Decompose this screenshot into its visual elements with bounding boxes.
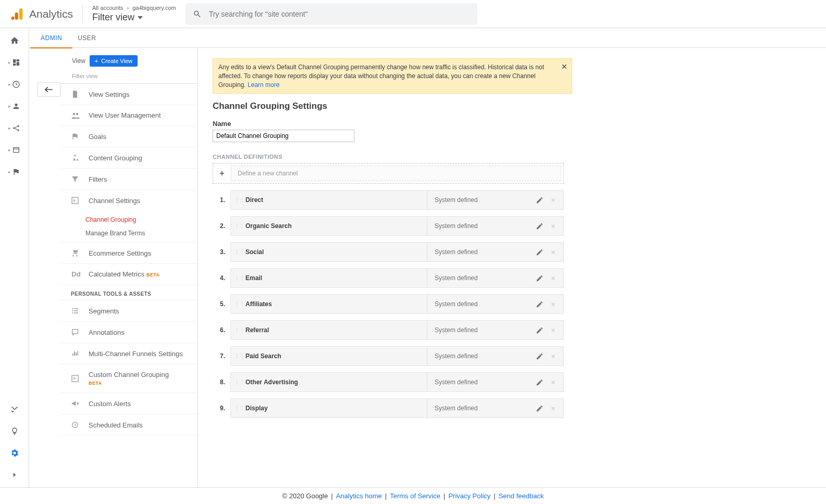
nav-filters[interactable]: Filters [60, 169, 198, 190]
nav-channel-settings[interactable]: Channel Settings [60, 190, 198, 211]
delete-button[interactable] [547, 402, 559, 414]
drag-handle-icon[interactable]: ⋮⋮ [234, 249, 241, 256]
footer-privacy-link[interactable]: Privacy Policy [448, 492, 490, 500]
rail-behavior[interactable]: ▸ [4, 143, 25, 157]
edit-button[interactable] [533, 350, 546, 362]
channel-type: System defined [427, 248, 533, 256]
alert-learn-more-link[interactable]: Learn more [248, 81, 279, 89]
channel-row-body[interactable]: ⋮⋮ Affiliates System defined [230, 294, 564, 314]
drag-handle-icon[interactable]: ⋮⋮ [234, 327, 241, 334]
nav-scheduled-emails[interactable]: Scheduled Emails [60, 414, 198, 436]
nav-mcf-settings[interactable]: Multi-Channel Funnels Settings [60, 343, 198, 364]
edit-button[interactable] [533, 246, 546, 258]
create-view-label: Create View [101, 58, 132, 64]
drag-handle-icon[interactable]: ⋮⋮ [234, 379, 241, 386]
product-logo[interactable]: Analytics [10, 7, 73, 21]
alert-close-button[interactable]: ✕ [561, 62, 568, 72]
admin-tabstrip: ADMIN USER [29, 28, 826, 48]
tab-admin[interactable]: ADMIN [41, 28, 62, 48]
channel-name: Affiliates [241, 300, 427, 308]
channel-row-body[interactable]: ⋮⋮ Organic Search System defined [230, 216, 564, 236]
sub-manage-brand-terms[interactable]: Manage Brand Terms [85, 226, 198, 240]
nav-ecommerce-settings[interactable]: Ecommerce Settings [60, 243, 198, 264]
delete-button[interactable] [547, 376, 559, 388]
create-view-button[interactable]: + Create View [90, 55, 138, 67]
channel-row: 7. ⋮⋮ Paid Search System defined [213, 346, 564, 366]
delete-button[interactable] [547, 350, 559, 362]
channel-type: System defined [427, 274, 533, 282]
search-input[interactable] [209, 10, 470, 18]
edit-button[interactable] [533, 272, 546, 284]
funnel-icon [71, 175, 81, 183]
nav-label: Scheduled Emails [89, 421, 143, 429]
drag-handle-icon[interactable]: ⋮⋮ [234, 275, 241, 282]
row-number: 1. [213, 196, 230, 204]
nav-calculated-metrics[interactable]: Dd Calculated MetricsBETA [60, 264, 198, 285]
nav-label: View User Management [89, 111, 161, 119]
rail-discover[interactable] [4, 424, 25, 438]
channel-definitions-label: CHANNEL DEFINITIONS [213, 154, 811, 160]
search-box[interactable] [186, 3, 477, 25]
channel-row-body[interactable]: ⋮⋮ Other Advertising System defined [230, 372, 564, 392]
channel-name: Other Advertising [241, 379, 427, 386]
sub-channel-grouping[interactable]: Channel Grouping [85, 213, 198, 226]
channel-row-body[interactable]: ⋮⋮ Email System defined [230, 268, 564, 288]
delete-button[interactable] [547, 220, 559, 232]
edit-button[interactable] [533, 376, 546, 388]
rail-realtime[interactable]: ▸ [4, 77, 25, 92]
rail-admin[interactable] [4, 446, 25, 460]
nav-segments[interactable]: Segments [60, 300, 198, 322]
channel-row-body[interactable]: ⋮⋮ Referral System defined [230, 320, 564, 340]
delete-button[interactable] [547, 194, 559, 206]
lightbulb-icon [10, 427, 19, 435]
tab-user[interactable]: USER [78, 28, 96, 48]
footer-terms-link[interactable]: Terms of Service [390, 492, 440, 500]
nav-label: Custom Alerts [89, 400, 131, 408]
pencil-icon [536, 379, 544, 386]
nav-view-user-management[interactable]: View User Management [60, 105, 198, 126]
drag-handle-icon[interactable]: ⋮⋮ [234, 223, 241, 230]
define-new-channel-row[interactable]: + Define a new channel [213, 163, 564, 184]
rail-acquisition[interactable]: ▸ [4, 121, 25, 135]
edit-button[interactable] [533, 402, 546, 414]
home-icon [10, 36, 19, 45]
nav-custom-alerts[interactable]: Custom Alerts [60, 393, 198, 414]
edit-button[interactable] [533, 324, 546, 336]
rail-attribution[interactable] [4, 402, 25, 417]
grouping-name-input[interactable] [213, 130, 354, 142]
drag-handle-icon[interactable]: ⋮⋮ [234, 353, 241, 360]
account-picker[interactable]: All accounts › ga4bigquery.com Filter vi… [92, 5, 176, 23]
channel-row-body[interactable]: ⋮⋮ Display System defined [230, 398, 564, 418]
channel-row: 1. ⋮⋮ Direct System defined [213, 190, 564, 210]
delete-button[interactable] [547, 298, 559, 310]
delete-button[interactable] [547, 324, 559, 336]
nav-custom-channel-grouping[interactable]: Custom Channel GroupingBETA [60, 364, 198, 393]
svg-point-2 [11, 16, 15, 19]
channel-row-body[interactable]: ⋮⋮ Social System defined [230, 242, 564, 262]
edit-button[interactable] [533, 194, 546, 206]
rail-customization[interactable]: ▸ [4, 55, 25, 70]
rail-collapse[interactable] [4, 468, 25, 482]
drag-handle-icon[interactable]: ⋮⋮ [234, 197, 241, 204]
delete-button[interactable] [547, 272, 559, 284]
back-button[interactable] [38, 82, 60, 97]
nav-content-grouping[interactable]: Content Grouping [60, 147, 198, 169]
close-icon [550, 197, 556, 203]
nav-view-settings[interactable]: View Settings [60, 84, 198, 105]
edit-button[interactable] [533, 298, 546, 310]
drag-handle-icon[interactable]: ⋮⋮ [234, 301, 241, 308]
footer-feedback-link[interactable]: Send feedback [499, 492, 544, 500]
nav-goals[interactable]: Goals [60, 126, 198, 147]
crumb-account: ga4bigquery.com [132, 5, 176, 11]
edit-button[interactable] [533, 220, 546, 232]
channel-row-body[interactable]: ⋮⋮ Direct System defined [230, 190, 564, 210]
drag-handle-icon[interactable]: ⋮⋮ [234, 405, 241, 412]
rail-home[interactable] [4, 33, 25, 48]
rail-conversions[interactable]: ▸ [4, 165, 25, 179]
row-number: 8. [213, 379, 230, 386]
delete-button[interactable] [547, 246, 559, 258]
footer-analytics-home-link[interactable]: Analytics home [336, 492, 382, 500]
rail-audience[interactable]: ▸ [4, 99, 25, 114]
channel-row-body[interactable]: ⋮⋮ Paid Search System defined [230, 346, 564, 366]
nav-annotations[interactable]: Annotations [60, 322, 198, 343]
